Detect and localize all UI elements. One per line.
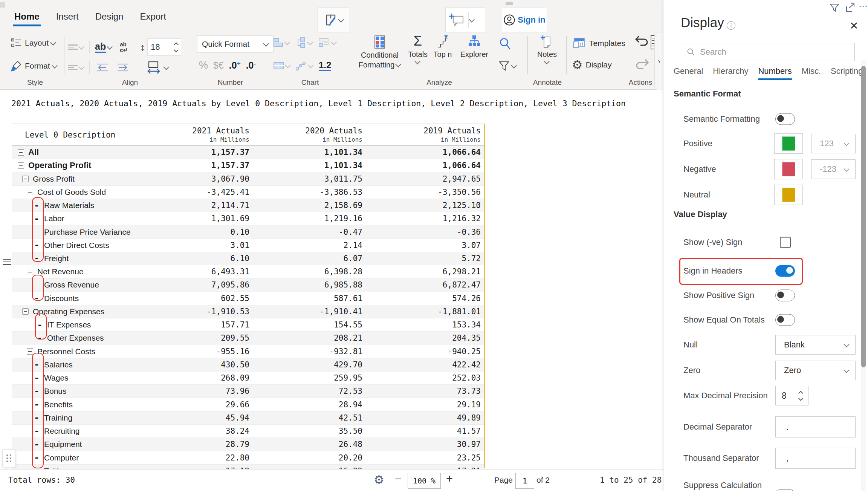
table-row[interactable]: - Salaries 430.50 429.70 422.42: [12, 358, 485, 372]
value-cell[interactable]: 422.42: [367, 358, 485, 371]
chevron-down-icon[interactable]: [307, 39, 313, 45]
null-dropdown[interactable]: Blank: [775, 335, 856, 355]
value-cell[interactable]: 208.21: [254, 332, 367, 344]
table-row[interactable]: - Wages 268.09 259.95 252.03: [12, 372, 485, 385]
chevron-down-icon[interactable]: [163, 64, 169, 70]
row-header-cell[interactable]: Gross Revenue: [12, 278, 163, 291]
redo-icon[interactable]: [634, 59, 650, 72]
value-cell[interactable]: 252.03: [367, 372, 485, 384]
panel-scrollbar-thumb[interactable]: [861, 66, 866, 367]
row-header-cell[interactable]: Cost of Goods Sold: [12, 186, 163, 199]
templates-button[interactable]: Templates: [572, 37, 625, 50]
thousand-separator-input[interactable]: [775, 448, 856, 469]
value-cell[interactable]: 259.95: [254, 372, 367, 384]
search-input[interactable]: [699, 47, 844, 57]
value-cell[interactable]: 30.97: [367, 438, 485, 451]
value-cell[interactable]: -955.16: [163, 345, 254, 358]
value-cell[interactable]: 429.70: [254, 358, 367, 371]
table-row[interactable]: - Labor 1,301.69 1,219.16 1,216.32: [12, 212, 485, 225]
value-cell[interactable]: 209.55: [163, 332, 254, 344]
value-cell[interactable]: 72.53: [254, 385, 367, 398]
row-header-cell[interactable]: Personnel Costs: [12, 345, 163, 358]
value-cell[interactable]: 157.71: [163, 318, 254, 331]
chevron-down-icon[interactable]: [78, 44, 84, 50]
collapse-icon[interactable]: [22, 176, 29, 182]
table-row[interactable]: All 1,157.37 1,101.34 1,066.64: [12, 146, 485, 159]
panel-popout-icon[interactable]: [845, 3, 856, 13]
value-cell[interactable]: -1,881.01: [367, 305, 485, 318]
value-cell[interactable]: 22.80: [163, 451, 254, 464]
decimal-format-icon[interactable]: 1.2: [319, 60, 331, 71]
table-row[interactable]: Gross Revenue 7,095.86 6,985.88 6,872.47: [12, 278, 485, 292]
filter-button[interactable]: [498, 60, 517, 72]
row-header-cell[interactable]: - Computer: [12, 451, 163, 464]
value-cell[interactable]: 602.55: [163, 292, 254, 305]
indent-decrease-icon[interactable]: [95, 63, 109, 72]
semantic-formatting-toggle[interactable]: [775, 113, 795, 125]
row-header-cell[interactable]: Gross Profit: [12, 172, 163, 185]
drag-handle[interactable]: [2, 449, 16, 467]
value-cell[interactable]: 1,101.34: [254, 159, 367, 172]
table-row[interactable]: - Other Direct Costs 3.01 2.14 3.07: [12, 239, 485, 252]
collapse-icon[interactable]: [22, 308, 29, 315]
row-header-cell[interactable]: - Benefits: [12, 398, 163, 411]
row-header-cell[interactable]: Net Revenue: [12, 265, 163, 278]
value-cell[interactable]: 1,066.64: [367, 146, 485, 159]
page-number-input[interactable]: [515, 473, 534, 489]
search-data-icon[interactable]: [498, 37, 512, 51]
tab-scripting[interactable]: Scripting: [831, 66, 863, 79]
percent-format-icon[interactable]: %: [199, 60, 208, 71]
table-row[interactable]: Purchase Price Variance 0.10 -0.47 -0.36: [12, 225, 485, 239]
value-cell[interactable]: 23.25: [367, 451, 485, 464]
panel-collapse-tab[interactable]: ›: [654, 32, 663, 90]
scatter-chart-icon[interactable]: [295, 61, 308, 71]
value-cell[interactable]: 29.66: [163, 398, 254, 411]
value-cell[interactable]: -0.47: [254, 225, 367, 238]
value-cell[interactable]: 6,493.31: [163, 265, 254, 278]
value-cell[interactable]: 35.50: [254, 425, 367, 437]
value-cell[interactable]: 3.01: [163, 239, 254, 252]
table-view-icon[interactable]: [273, 61, 285, 71]
panel-search[interactable]: [681, 43, 855, 61]
value-cell[interactable]: 2,114.71: [163, 199, 254, 212]
value-cell[interactable]: 6,985.88: [254, 278, 367, 291]
currency-format-icon[interactable]: $€: [213, 60, 224, 71]
value-cell[interactable]: 3,011.75: [254, 172, 367, 185]
decimal-separator-input[interactable]: [775, 416, 856, 437]
table-row[interactable]: Gross Profit 3,067.90 3,011.75 2,947.65: [12, 172, 485, 185]
value-cell[interactable]: 28.79: [163, 438, 254, 451]
display-button[interactable]: ⚙ Display: [572, 59, 612, 71]
value-cell[interactable]: 204.35: [367, 332, 485, 344]
format-button[interactable]: Format: [11, 60, 57, 72]
row-header-cell[interactable]: - Raw Materials: [12, 199, 163, 212]
column-header[interactable]: 2020 Actuals in Millions: [254, 124, 367, 145]
chevron-down-icon[interactable]: [308, 62, 314, 68]
value-cell[interactable]: 268.09: [163, 372, 254, 384]
splitter-grip[interactable]: [506, 2, 513, 5]
hierarchy-chart-icon[interactable]: [295, 37, 307, 48]
info-icon[interactable]: i: [727, 21, 735, 30]
suppress-calculation-toggle[interactable]: [775, 489, 795, 491]
row-header-cell[interactable]: - Bonus: [12, 385, 163, 398]
row-header-cell[interactable]: Operating Expenses: [12, 305, 163, 318]
positive-format-dropdown[interactable]: 123: [811, 134, 856, 153]
chevron-down-icon[interactable]: [285, 62, 291, 68]
row-header-cell[interactable]: - Discounts: [12, 292, 163, 305]
table-row[interactable]: - Benefits 29.66 28.94 29.19: [12, 398, 485, 411]
tab-design[interactable]: Design: [95, 11, 124, 26]
table-row[interactable]: - Recruiting 38.24 35.50 41.57: [12, 425, 485, 438]
show-equal-on-totals-toggle[interactable]: [775, 314, 795, 326]
value-cell[interactable]: 3,067.90: [163, 172, 254, 185]
table-row[interactable]: Operating Profit 1,157.37 1,101.34 1,066…: [12, 159, 485, 172]
stepper-arrows-icon[interactable]: [799, 392, 802, 400]
row-header-cell[interactable]: - Recruiting: [12, 425, 163, 437]
table-row[interactable]: - Training 45.94 42.51 49.89: [12, 411, 485, 425]
value-cell[interactable]: 6.07: [254, 252, 367, 265]
value-cell[interactable]: -3,350.56: [367, 186, 485, 199]
negative-color-swatch[interactable]: [774, 159, 803, 179]
tab-export[interactable]: Export: [140, 11, 166, 26]
value-cell[interactable]: 2,947.65: [367, 172, 485, 185]
value-cell[interactable]: 6.10: [163, 252, 254, 265]
stepper-arrows-icon[interactable]: [174, 43, 178, 52]
value-cell[interactable]: 6,398.28: [254, 265, 367, 278]
